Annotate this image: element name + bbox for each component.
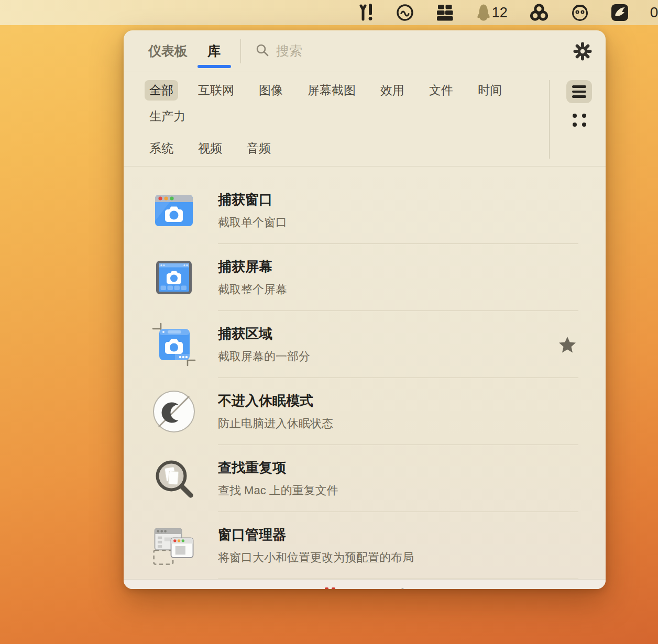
emoji-face-icon[interactable]: [571, 3, 589, 22]
find-duplicates-icon: [152, 457, 196, 501]
tool-subtitle: 截取单个窗口: [218, 215, 287, 230]
list-view-icon: [572, 85, 586, 98]
tool-title: 查找重复项: [218, 459, 338, 477]
header-divider: [240, 39, 241, 63]
filter-7[interactable]: 生产力: [145, 106, 190, 127]
tool-subtitle: 查找 Mac 上的重复文件: [218, 483, 338, 498]
tool-row-window-manager[interactable]: 窗口管理器将窗口大小和位置更改为预配置的布局: [124, 512, 606, 579]
filter-4[interactable]: 效用: [376, 80, 409, 101]
filter-2[interactable]: 图像: [254, 80, 288, 101]
stacked-trays-icon[interactable]: [435, 4, 454, 21]
tool-list: 捕获窗口截取单个窗口 捕获屏幕截取整个屏幕: [124, 166, 606, 579]
favorite-star-icon[interactable]: [558, 336, 576, 353]
filter-3[interactable]: 屏幕截图: [303, 80, 360, 101]
tool-subtitle: 将窗口大小和位置更改为预配置的布局: [218, 550, 414, 565]
tool-text: 捕获屏幕截取整个屏幕: [218, 258, 287, 297]
category-filters: 全部互联网图像屏幕截图效用文件时间生产力系统视频音频: [145, 80, 533, 159]
menu-bar-status-icons: 12 05: [359, 0, 658, 25]
capture-screen-icon: [152, 256, 196, 299]
tab-library[interactable]: 库: [207, 30, 221, 72]
filter-bar-divider: [549, 80, 550, 159]
tool-subtitle: 截取整个屏幕: [218, 282, 287, 297]
tool-text: 查找重复项查找 Mac 上的重复文件: [218, 459, 338, 498]
filter-5[interactable]: 文件: [424, 80, 458, 101]
capture-window-icon: [152, 188, 196, 232]
parallels-logo-text: Parallels: [341, 586, 400, 590]
tool-subtitle: 防止电脑进入休眠状态: [218, 416, 333, 431]
qq-unread-count: 12: [492, 5, 508, 21]
tool-title: 窗口管理器: [218, 526, 414, 544]
tool-title: 捕获区域: [218, 325, 310, 343]
parallels-toolbox-panel: 仪表板 库: [124, 30, 606, 589]
search-input[interactable]: [276, 43, 433, 59]
grid-view-button[interactable]: [566, 108, 592, 131]
tool-text: 不进入休眠模式防止电脑进入休眠状态: [218, 392, 333, 431]
do-not-sleep-icon: [152, 390, 196, 434]
filter-0[interactable]: 全部: [145, 80, 178, 101]
parallels-logo: Parallels ®: [325, 586, 405, 590]
parallels-logo-bars-icon: [325, 587, 335, 590]
tool-title: 不进入休眠模式: [218, 392, 333, 410]
tool-row-capture-screen[interactable]: 捕获屏幕截取整个屏幕: [124, 244, 606, 311]
window-manager-icon: [152, 524, 196, 568]
tool-subtitle: 截取屏幕的一部分: [218, 349, 310, 364]
panel-footer: Parallels ®: [124, 579, 606, 589]
panel-header: 仪表板 库: [124, 30, 606, 72]
tool-text: 捕获窗口截取单个窗口: [218, 191, 287, 230]
tool-title: 捕获屏幕: [218, 258, 287, 276]
filter-1[interactable]: 互联网: [193, 80, 239, 101]
tool-title: 捕获窗口: [218, 191, 287, 209]
tab-dashboard[interactable]: 仪表板: [148, 30, 188, 72]
search-icon: [256, 43, 269, 59]
qq-penguin-icon[interactable]: 12: [476, 4, 508, 21]
filter-6[interactable]: 时间: [473, 80, 507, 101]
tool-row-do-not-sleep[interactable]: 不进入休眠模式防止电脑进入休眠状态: [124, 378, 606, 445]
capture-area-icon: [152, 323, 196, 367]
menu-bar-clock[interactable]: 05: [650, 4, 658, 21]
tool-row-find-duplicates[interactable]: 查找重复项查找 Mac 上的重复文件: [124, 445, 606, 512]
menu-bar: 12 05: [0, 0, 658, 25]
tool-text: 捕获区域截取屏幕的一部分: [218, 325, 310, 364]
filter-8[interactable]: 系统: [145, 138, 178, 159]
tool-row-capture-area[interactable]: 捕获区域截取屏幕的一部分: [124, 311, 606, 378]
filter-10[interactable]: 音频: [242, 138, 276, 159]
parallels-toolbox-menu-icon[interactable]: [359, 3, 375, 22]
tool-row-capture-window[interactable]: 捕获窗口截取单个窗口: [124, 177, 606, 244]
tool-text: 窗口管理器将窗口大小和位置更改为预配置的布局: [218, 526, 414, 565]
circles-knot-icon[interactable]: [529, 3, 549, 22]
category-filter-bar: 全部互联网图像屏幕截图效用文件时间生产力系统视频音频: [124, 72, 606, 166]
view-toggle-group: [549, 80, 592, 159]
list-view-button[interactable]: [566, 80, 592, 103]
filter-9[interactable]: 视频: [193, 138, 227, 159]
registered-mark: ®: [400, 587, 404, 590]
search-box: [256, 43, 433, 59]
grid-view-icon: [573, 114, 586, 127]
adobe-creative-cloud-icon[interactable]: [396, 4, 414, 21]
settings-gear-icon[interactable]: [573, 42, 592, 61]
bird-app-icon[interactable]: [611, 4, 629, 21]
